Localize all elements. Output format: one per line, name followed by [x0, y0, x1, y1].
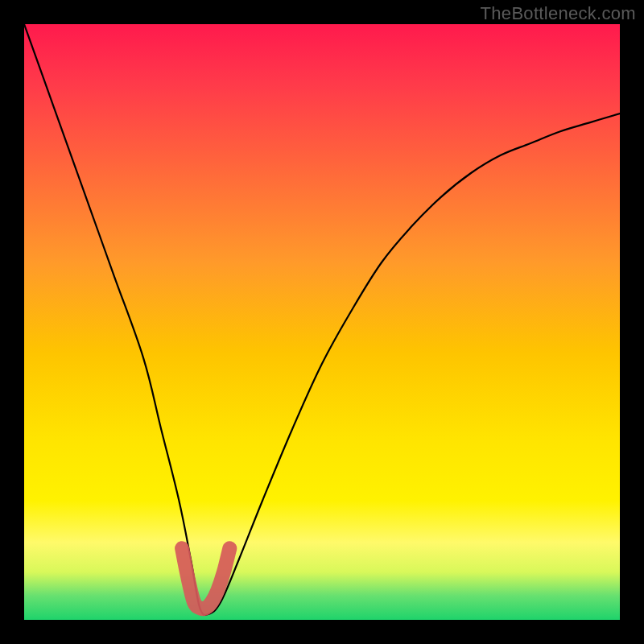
chart-svg	[24, 24, 620, 620]
chart-plot-area	[24, 24, 620, 620]
bottleneck-curve-line	[24, 24, 620, 615]
watermark-text: TheBottleneck.com	[481, 3, 636, 24]
